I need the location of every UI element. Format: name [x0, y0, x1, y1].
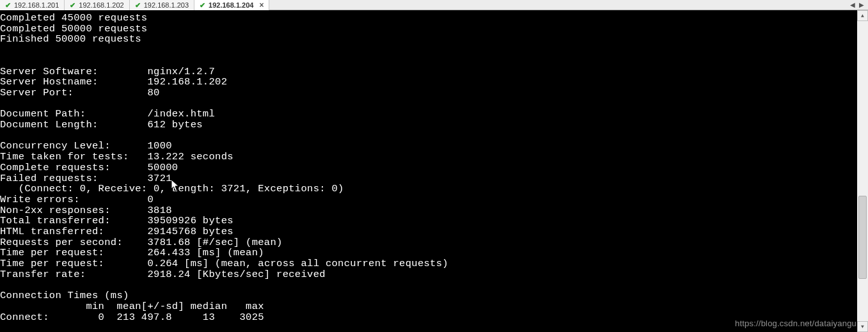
value: 2918.24 [Kbytes/sec] received: [147, 269, 325, 280]
output-line: Connect: 0 213 497.8 13 3025: [0, 312, 264, 323]
value: 13.222 seconds: [147, 151, 233, 162]
terminal-area: Completed 45000 requests Completed 50000…: [0, 10, 868, 332]
label: Write errors:: [0, 194, 80, 205]
value: 3818: [147, 205, 171, 216]
label: Failed requests:: [0, 173, 99, 184]
value: /index.html: [147, 108, 215, 120]
value: 0.264 [ms] (mean, across all concurrent …: [147, 258, 448, 269]
output-line: (Connect: 0, Receive: 0, Length: 3721, E…: [0, 183, 344, 194]
status-check-icon: ✔: [5, 2, 11, 9]
tab-label: 192.168.1.202: [79, 0, 123, 10]
scroll-up-icon[interactable]: ▲: [857, 10, 868, 21]
tab-label: 192.168.1.204: [209, 0, 253, 10]
status-check-icon: ✔: [200, 2, 205, 9]
label: Non-2xx responses:: [0, 205, 111, 216]
terminal-output[interactable]: Completed 45000 requests Completed 50000…: [0, 10, 857, 332]
tab-nav: ◀ ▶: [846, 0, 868, 10]
value: 1000: [147, 140, 171, 152]
tab-192-168-1-204[interactable]: ✔ 192.168.1.204 ×: [194, 0, 269, 10]
label: Requests per second:: [0, 237, 123, 248]
label: Total transferred:: [0, 215, 111, 226]
label: Server Hostname:: [0, 76, 99, 88]
label: Time per request:: [0, 258, 104, 269]
value: 50000: [147, 162, 178, 173]
tab-label: 192.168.1.203: [144, 0, 189, 10]
status-check-icon: ✔: [135, 2, 141, 9]
tab-192-168-1-203[interactable]: ✔ 192.168.1.203: [130, 0, 194, 10]
value: 264.433 [ms] (mean): [147, 247, 264, 258]
tab-prev-icon[interactable]: ◀: [850, 1, 855, 8]
value: 192.168.1.202: [147, 76, 227, 88]
output-line: Connection Times (ms): [0, 290, 129, 301]
value: 3721: [147, 173, 171, 184]
status-check-icon: ✔: [70, 2, 75, 9]
tab-192-168-1-201[interactable]: ✔ 192.168.1.201: [0, 0, 65, 10]
value: 29145768 bytes: [147, 226, 233, 237]
label: Server Software:: [0, 66, 99, 77]
label: HTML transferred:: [0, 226, 104, 237]
label: Time taken for tests:: [0, 151, 129, 162]
scroll-down-icon[interactable]: ▼: [857, 321, 868, 332]
tab-bar: ✔ 192.168.1.201 ✔ 192.168.1.202 ✔ 192.16…: [0, 0, 868, 10]
vertical-scrollbar[interactable]: ▲ ▼: [857, 10, 868, 332]
label: Document Length:: [0, 119, 99, 130]
tab-192-168-1-202[interactable]: ✔ 192.168.1.202: [65, 0, 129, 10]
close-tab-icon[interactable]: ×: [259, 1, 264, 10]
value: 612 bytes: [147, 119, 202, 130]
value: 80: [147, 87, 159, 99]
output-line: min mean[+/-sd] median max: [0, 301, 264, 312]
app-window: ✔ 192.168.1.201 ✔ 192.168.1.202 ✔ 192.16…: [0, 0, 868, 332]
value: 0: [147, 194, 154, 205]
label: Time per request:: [0, 247, 104, 258]
scroll-thumb[interactable]: [858, 196, 867, 279]
label: Document Path:: [0, 108, 86, 120]
label: Server Port:: [0, 87, 74, 99]
value: 3781.68 [#/sec] (mean): [147, 237, 282, 248]
label: Concurrency Level:: [0, 140, 111, 152]
label: Complete requests:: [0, 162, 111, 173]
tab-next-icon[interactable]: ▶: [859, 1, 864, 8]
output-line: Completed 45000 requests: [0, 12, 147, 24]
value: nginx/1.2.7: [147, 66, 215, 77]
value: 39509926 bytes: [147, 215, 233, 226]
output-line: Finished 50000 requests: [0, 33, 141, 45]
output-line: Completed 50000 requests: [0, 23, 147, 35]
watermark-text: https://blog.csdn.net/dataiyangu: [735, 319, 856, 328]
label: Transfer rate:: [0, 269, 86, 280]
tab-label: 192.168.1.201: [14, 0, 59, 10]
